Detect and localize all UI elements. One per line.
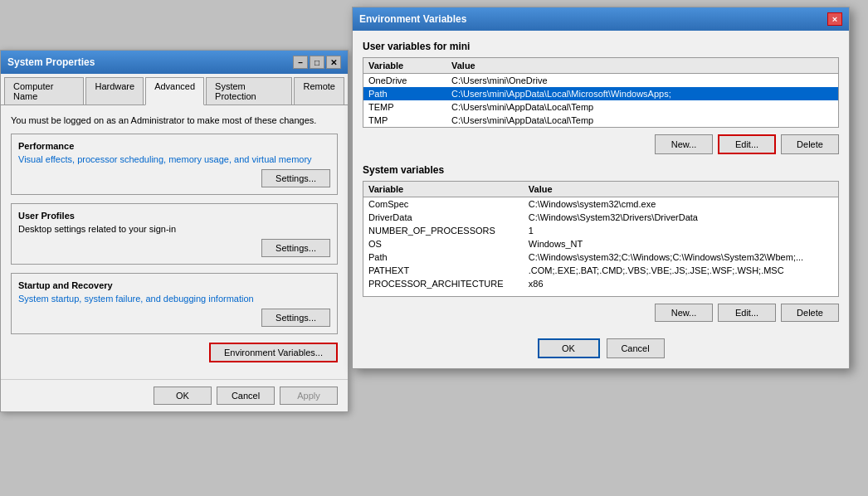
sys-new-button[interactable]: New...: [655, 304, 713, 322]
sys-var-row[interactable]: DriverDataC:\Windows\System32\Drivers\Dr…: [363, 211, 838, 224]
environment-variables-button[interactable]: Environment Variables...: [209, 343, 338, 362]
close-button[interactable]: ✕: [326, 56, 341, 69]
user-vars-label: User variables for mini: [363, 41, 839, 52]
sys-edit-button[interactable]: Edit...: [718, 304, 776, 322]
user-vars-table: Variable Value OneDriveC:\Users\mini\One…: [363, 57, 839, 128]
startup-recovery-desc: System startup, system failure, and debu…: [18, 294, 330, 304]
minimize-button[interactable]: –: [293, 56, 308, 69]
sys-var-row[interactable]: PATHEXT.COM;.EXE;.BAT;.CMD;.VBS;.VBE;.JS…: [363, 264, 838, 277]
user-vars-buttons: New... Edit... Delete: [363, 134, 839, 154]
user-var-col-variable: Variable: [363, 58, 447, 74]
sys-var-value: .COM;.EXE;.BAT;.CMD;.VBS;.VBE;.JS;.JSE;.…: [524, 264, 838, 277]
sys-var-row[interactable]: PROCESSOR_ARCHITECTUREx86: [363, 277, 838, 290]
user-var-row[interactable]: TEMPC:\Users\mini\AppData\Local\Temp: [363, 100, 839, 114]
user-var-row[interactable]: OneDriveC:\Users\mini\OneDrive: [363, 74, 839, 88]
ok-button[interactable]: OK: [154, 387, 212, 405]
user-var-name: OneDrive: [363, 74, 447, 88]
sys-var-value: 1: [524, 224, 838, 237]
sys-var-name: OS: [363, 237, 524, 250]
performance-title: Performance: [18, 141, 330, 151]
env-content: User variables for mini Variable Value O…: [353, 31, 849, 368]
sys-var-value: C:\Windows\system32;C:\Windows;C:\Window…: [524, 250, 838, 264]
user-var-value: C:\Users\mini\AppData\Local\Temp: [446, 114, 839, 128]
system-vars-table-wrapper[interactable]: Variable Value ComSpecC:\Windows\system3…: [363, 181, 839, 297]
maximize-button[interactable]: □: [310, 56, 324, 69]
startup-recovery-title: Startup and Recovery: [18, 280, 330, 290]
user-var-row[interactable]: PathC:\Users\mini\AppData\Local\Microsof…: [363, 87, 839, 100]
titlebar-buttons: – □ ✕: [293, 56, 341, 69]
system-properties-window: System Properties – □ ✕ Computer Name Ha…: [0, 50, 349, 412]
env-bottom-buttons: OK Cancel: [363, 332, 839, 358]
user-profiles-desc: Desktop settings related to your sign-in: [18, 224, 330, 234]
cancel-button[interactable]: Cancel: [217, 387, 275, 405]
user-var-name: TEMP: [363, 100, 447, 114]
user-var-name: TMP: [363, 114, 447, 128]
sys-var-name: PATHEXT: [363, 264, 524, 277]
tab-remote[interactable]: Remote: [294, 77, 344, 105]
tab-bar: Computer Name Hardware Advanced System P…: [1, 74, 348, 105]
system-props-title: System Properties: [7, 56, 95, 68]
user-var-value: C:\Users\mini\AppData\Local\Temp: [446, 100, 839, 114]
sys-var-row[interactable]: NUMBER_OF_PROCESSORS1: [363, 224, 838, 237]
warning-text: You must be logged on as an Administrato…: [11, 115, 338, 125]
user-var-value: C:\Users\mini\AppData\Local\Microsoft\Wi…: [446, 87, 839, 100]
user-profiles-section: User Profiles Desktop settings related t…: [11, 203, 338, 265]
user-var-name: Path: [363, 87, 447, 100]
env-close-button[interactable]: ×: [827, 12, 842, 26]
performance-desc: Visual effects, processor scheduling, me…: [18, 154, 330, 164]
user-edit-button[interactable]: Edit...: [718, 134, 776, 154]
tab-advanced[interactable]: Advanced: [145, 77, 204, 105]
sys-var-row[interactable]: OSWindows_NT: [363, 237, 838, 250]
env-title: Environment Variables: [359, 13, 466, 25]
user-var-value: C:\Users\mini\OneDrive: [446, 74, 839, 88]
user-var-row[interactable]: TMPC:\Users\mini\AppData\Local\Temp: [363, 114, 839, 128]
tab-hardware[interactable]: Hardware: [85, 77, 144, 105]
sys-var-value: C:\Windows\System32\Drivers\DriverData: [524, 211, 838, 224]
sys-delete-button[interactable]: Delete: [781, 304, 839, 322]
env-cancel-button[interactable]: Cancel: [607, 338, 665, 358]
sys-var-value: C:\Windows\system32\cmd.exe: [524, 197, 838, 212]
system-vars-table: Variable Value ComSpecC:\Windows\system3…: [363, 182, 838, 290]
sys-var-row[interactable]: PathC:\Windows\system32;C:\Windows;C:\Wi…: [363, 250, 838, 264]
sys-var-name: PROCESSOR_ARCHITECTURE: [363, 277, 524, 290]
sys-var-row[interactable]: ComSpecC:\Windows\system32\cmd.exe: [363, 197, 838, 212]
user-var-col-value: Value: [446, 58, 839, 74]
system-props-titlebar: System Properties – □ ✕: [1, 51, 348, 74]
user-profiles-title: User Profiles: [18, 211, 330, 221]
env-ok-button[interactable]: OK: [538, 338, 600, 358]
sys-var-value: x86: [524, 277, 838, 290]
user-profiles-settings-button[interactable]: Settings...: [261, 239, 330, 257]
user-delete-button[interactable]: Delete: [781, 134, 839, 154]
sys-var-name: ComSpec: [363, 197, 524, 212]
tab-computer-name[interactable]: Computer Name: [4, 77, 84, 105]
system-vars-label: System variables: [363, 164, 839, 176]
sys-var-name: Path: [363, 250, 524, 264]
environment-variables-window: Environment Variables × User variables f…: [352, 7, 850, 369]
startup-recovery-settings-button[interactable]: Settings...: [261, 309, 330, 327]
performance-settings-button[interactable]: Settings...: [261, 169, 330, 187]
user-new-button[interactable]: New...: [655, 134, 713, 154]
sys-var-name: DriverData: [363, 211, 524, 224]
system-props-content: You must be logged on as an Administrato…: [1, 105, 348, 379]
env-titlebar: Environment Variables ×: [353, 7, 849, 31]
sys-var-value: Windows_NT: [524, 237, 838, 250]
startup-recovery-section: Startup and Recovery System startup, sys…: [11, 273, 338, 334]
sys-var-name: NUMBER_OF_PROCESSORS: [363, 224, 524, 237]
tab-system-protection[interactable]: System Protection: [206, 77, 292, 105]
performance-section: Performance Visual effects, processor sc…: [11, 134, 338, 195]
system-props-bottom-buttons: OK Cancel Apply: [1, 379, 348, 411]
sys-var-col-value: Value: [524, 182, 838, 197]
sys-vars-buttons: New... Edit... Delete: [363, 304, 839, 322]
apply-button[interactable]: Apply: [280, 387, 338, 405]
sys-var-col-variable: Variable: [363, 182, 524, 197]
